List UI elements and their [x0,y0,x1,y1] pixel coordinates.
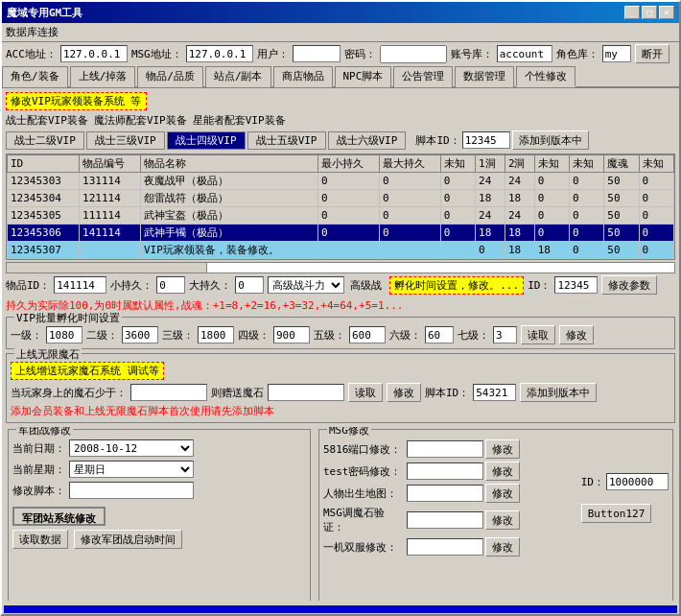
table-row[interactable]: 12345304121114怨雷战符（极品）000181800500 [8,190,674,207]
pwd-input[interactable] [380,45,447,63]
account-input[interactable] [497,45,552,62]
table-row[interactable]: 12345305111114武神宝盔（极品）000242400500 [8,207,674,225]
map-label: 人物出生地图： [323,486,405,501]
msg-id-input[interactable] [606,473,669,490]
ms-less-input[interactable] [130,384,207,401]
test-modify-button[interactable]: 修改 [485,462,520,481]
foot-id-input[interactable] [462,131,510,149]
sub-section2-label: 魔法师配套VIP装备 [94,113,187,128]
btn127-button[interactable]: Button127 [581,504,652,523]
id2-input[interactable] [554,276,598,294]
vip-sub-tabs: 战士二级VIP 战士三级VIP 战士四级VIP 战士五级VIP 战士六级VIP … [6,130,675,150]
vip-equip-table[interactable]: ID 物品编号 物品名称 最小持久 最大持久 未知 1洞 2洞 未知 未知 魔魂… [6,154,675,260]
tab-warrior-vip5[interactable]: 战士五级VIP [247,131,326,150]
level5-input[interactable] [349,326,386,344]
item-id-input[interactable] [54,276,106,294]
guild-week-select[interactable]: 星期日 [69,461,194,478]
tab-item-quality[interactable]: 物品/品质 [137,66,203,87]
col-soul: 魔魂 [604,155,639,173]
test-input[interactable] [407,462,483,480]
level1-input[interactable] [46,326,82,344]
menu-bar: 数据库连接 [2,23,679,42]
batch-fetch-button[interactable]: 读取 [521,325,555,344]
map-input[interactable] [407,485,483,502]
ms-fetch-button[interactable]: 读取 [348,383,383,402]
disconnect-button[interactable]: 断开 [635,44,669,63]
msg-input[interactable] [186,45,253,62]
add-to-script-button[interactable]: 添加到版本中 [512,130,589,150]
tab-shop-item[interactable]: 商店物品 [273,66,333,87]
tab-personal-modify[interactable]: 个性修改 [516,66,575,87]
tab-warrior-vip6[interactable]: 战士六级VIP [328,131,407,150]
acc-label: ACC地址： [6,47,57,61]
vip-title-box: 修改VIP玩家领装备系统 等 [6,92,147,110]
minimize-button[interactable]: _ [624,6,640,19]
table-row[interactable]: 12345303131114夜魔战甲（极品）000242400500 [8,173,674,190]
tab-role-equip[interactable]: 角色/装备 [2,66,68,87]
min-dur-label: 小持久： [110,278,153,293]
id2-label: ID： [528,278,551,293]
tab-online-drop[interactable]: 上线/掉落 [70,66,136,87]
main-window: 魔域专用GM工具 _ □ × 数据库连接 ACC地址： MSG地址： 用户： 密… [0,0,681,616]
guild-script-input[interactable] [69,482,194,499]
close-button[interactable]: × [659,6,674,19]
role-input[interactable] [602,45,631,62]
guild-system-button[interactable]: 军团站系统修改 [12,507,106,526]
min-dur-input[interactable] [156,276,185,294]
tab-announcement[interactable]: 公告管理 [393,66,453,87]
tab-warrior-vip3[interactable]: 战士三级VIP [86,131,165,150]
dual-modify-button[interactable]: 修改 [485,537,520,557]
level3-input[interactable] [198,326,234,344]
col-d2: 2洞 [505,155,534,173]
guild-panel: 军团战修改 当前日期： 2008-10-12 当前星期： 星期日 [6,427,313,601]
window-title: 魔域专用GM工具 [7,6,82,20]
title-bar: 魔域专用GM工具 _ □ × [2,2,679,23]
table-row[interactable]: 12345306141114武神手镯（极品）000181800500 [8,225,674,242]
guild-fetch-button[interactable]: 读取数据 [12,530,68,549]
port-modify-button[interactable]: 修改 [485,439,520,459]
ms-add-script-button[interactable]: 添加到版本中 [520,383,597,402]
validate-modify-button[interactable]: 修改 [485,510,520,530]
level4-input[interactable] [273,326,310,344]
map-modify-button[interactable]: 修改 [485,484,520,503]
role-label: 角色库： [556,47,599,61]
dual-input[interactable] [407,538,483,556]
port-label: 5816端口修改： [323,442,405,457]
level7-input[interactable] [493,326,517,344]
port-input[interactable] [407,440,483,458]
ms-send-input[interactable] [268,384,344,401]
tab-site-copy[interactable]: 站点/副本 [205,66,271,87]
col-d1: 1洞 [476,155,505,173]
guild-date-select[interactable]: 2008-10-12 [69,439,194,457]
guild-title: 军团战修改 [16,427,73,438]
level6-input[interactable] [425,326,454,344]
tab-warrior-vip4[interactable]: 战士四级VIP [167,131,246,150]
col-unk4: 未知 [639,155,673,173]
msg-label: MSG地址： [131,47,182,61]
guild-week-label: 当前星期： [12,462,65,477]
item-id-label: 物品ID： [6,278,50,293]
fight-label2: 高级战 [350,278,382,293]
level2-input[interactable] [122,326,158,344]
tab-data-manage[interactable]: 数据管理 [455,66,514,87]
ms-modify-button[interactable]: 修改 [387,383,421,402]
validate-input[interactable] [407,511,483,529]
col-name: 物品名称 [140,155,317,173]
modify-param-button[interactable]: 修改参数 [601,275,657,295]
ms-script-id-input[interactable] [473,384,516,401]
menu-db[interactable]: 数据库连接 [6,26,59,38]
acc-input[interactable] [60,45,128,62]
tab-npc-script[interactable]: NPC脚本 [335,66,392,87]
level5-label: 五级： [314,328,345,343]
max-dur-input[interactable] [235,276,264,294]
maximize-button[interactable]: □ [642,6,657,19]
tab-warrior-vip2[interactable]: 战士二级VIP [6,131,84,150]
magic-stone-title: 上线无限魔石 [14,347,82,362]
user-input[interactable] [293,45,340,62]
guild-time-button[interactable]: 修改军团战启动时间 [74,530,182,549]
fight-select[interactable]: 高级战斗力 [268,276,344,294]
table-row[interactable]: 12345307VIP玩家领装备，装备修改。018180500 [8,242,674,259]
msg-panel: MSG修改 5816端口修改： 修改 test密码修改： [317,427,675,601]
batch-modify-button[interactable]: 修改 [559,325,594,344]
vip-batch-group: VIP批量孵化时间设置 一级： 二级： 三级： 四级： 五级： 六级： 七级： … [6,317,675,349]
